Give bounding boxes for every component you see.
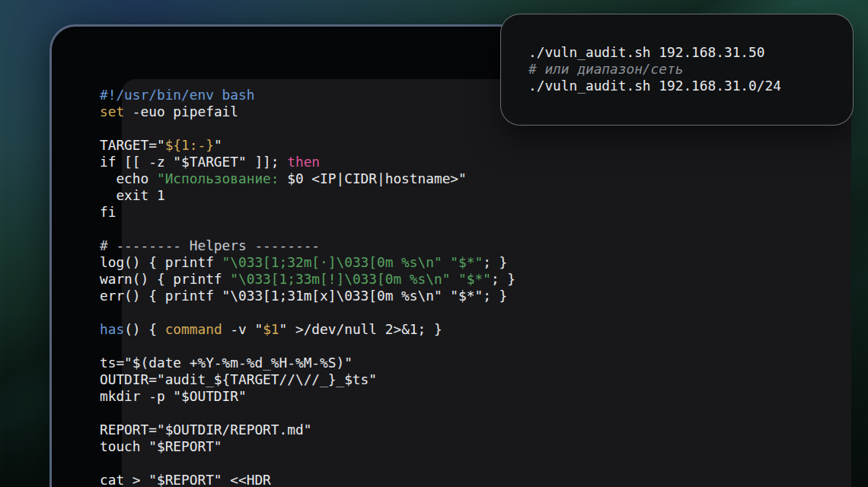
code-token: has: [100, 321, 124, 337]
bash-script-code: #!/usr/bin/env bashset -euo pipefail TAR…: [100, 87, 515, 487]
code-token: -v ": [222, 321, 263, 337]
code-line: fi: [100, 204, 515, 221]
code-line: [100, 120, 515, 137]
code-line: echo "Использование: $0 <IP|CIDR|hostnam…: [100, 170, 515, 187]
code-line: [100, 304, 515, 321]
code-line: touch "$REPORT": [100, 438, 515, 455]
code-line: # -------- Helpers --------: [100, 237, 515, 254]
code-line: REPORT="$OUTDIR/REPORT.md": [100, 422, 515, 438]
code-line: #!/usr/bin/env bash: [100, 87, 515, 103]
code-token: $1: [263, 321, 279, 337]
code-token: # -------- Helpers --------: [100, 237, 320, 253]
code-token: if [[ -z "$TARGET" ]];: [100, 154, 287, 170]
code-line: TARGET="${1:-}": [100, 137, 515, 154]
code-line: err() { printf "\033[1;31m[x]\033[0m %s\…: [100, 288, 515, 304]
code-token: ; }: [491, 271, 515, 287]
code-token: "Использование:: [157, 170, 287, 186]
code-token: command: [165, 321, 222, 337]
code-line: set -euo pipefail: [100, 103, 515, 120]
code-line: [100, 221, 515, 237]
code-line: if [[ -z "$TARGET" ]]; then: [100, 154, 515, 170]
code-token: echo: [100, 170, 157, 186]
code-line: mkdir -p "$OUTDIR": [100, 388, 515, 405]
code-line: warn() { printf "\033[1;33m[!]\033[0m %s…: [100, 271, 515, 288]
code-token: TARGET=": [100, 137, 165, 153]
code-token: then: [287, 154, 320, 170]
code-token: "\033[1;32m[·]\033[0m %s\n" "$*": [222, 254, 483, 270]
usage-example-code: ./vuln_audit.sh 192.168.31.50# или диапа…: [528, 44, 781, 94]
code-token: mkdir -p "$OUTDIR": [100, 388, 247, 404]
code-token: fi: [100, 204, 116, 220]
code-token: $0 <IP|CIDR|hostname>": [287, 170, 467, 186]
code-token: ${1:-}: [165, 137, 214, 153]
code-token: #!/usr/bin/env bash: [100, 87, 254, 103]
code-line: ./vuln_audit.sh 192.168.31.0/24: [528, 78, 781, 94]
code-token: " >/dev/null 2>&1; }: [279, 321, 442, 337]
code-line: [100, 405, 515, 422]
code-token: ; }: [483, 254, 507, 270]
code-token: # или диапазон/сеть: [528, 61, 683, 77]
code-token: "\033[1;33m[!]\033[0m %s\n" "$*": [230, 271, 491, 287]
code-token: ": [214, 137, 222, 153]
code-token: touch "$REPORT": [100, 438, 222, 454]
code-token: log() { printf: [100, 254, 222, 270]
code-line: OUTDIR="audit_${TARGET//\//_}_$ts": [100, 371, 515, 388]
code-line: ts="$(date +%Y-%m-%d_%H-%M-%S)": [100, 355, 515, 371]
code-token: () {: [124, 321, 165, 337]
code-token: REPORT="$OUTDIR/REPORT.md": [100, 422, 311, 438]
code-token: ./vuln_audit.sh 192.168.31.0/24: [528, 78, 781, 94]
code-line: has() { command -v "$1" >/dev/null 2>&1;…: [100, 321, 515, 338]
code-token: ./vuln_audit.sh 192.168.31.50: [528, 44, 764, 60]
code-token: exit 1: [100, 187, 165, 203]
code-token: OUTDIR="audit_${TARGET//\//_}_$ts": [100, 371, 377, 387]
code-token: -euo pipefail: [124, 103, 238, 119]
usage-overlay-panel: ./vuln_audit.sh 192.168.31.50# или диапа…: [500, 14, 854, 126]
code-token: set: [100, 103, 124, 119]
code-token: cat > "$REPORT" <<HDR: [100, 472, 271, 487]
code-line: exit 1: [100, 187, 515, 204]
code-line: log() { printf "\033[1;32m[·]\033[0m %s\…: [100, 254, 515, 271]
code-line: ./vuln_audit.sh 192.168.31.50: [528, 44, 781, 61]
code-line: [100, 455, 515, 472]
code-line: # или диапазон/сеть: [528, 61, 781, 78]
code-token: warn() { printf: [100, 271, 230, 287]
code-line: cat > "$REPORT" <<HDR: [100, 472, 515, 487]
code-token: ts="$(date +%Y-%m-%d_%H-%M-%S)": [100, 355, 353, 371]
code-token: err() { printf "\033[1;31m[x]\033[0m %s\…: [100, 288, 507, 304]
code-line: [100, 338, 515, 355]
